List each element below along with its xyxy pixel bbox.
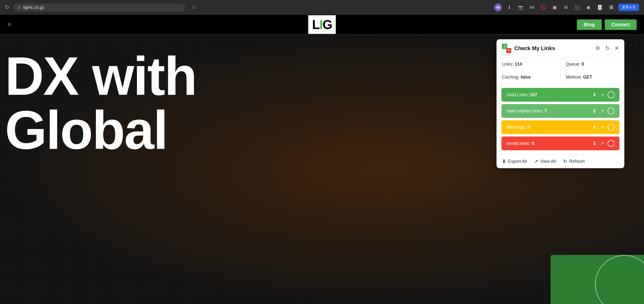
download-warnings-icon[interactable]: ⬇ xyxy=(592,124,596,130)
blog-button[interactable]: Blog xyxy=(577,19,602,30)
toolbar-icon-3[interactable]: Alt xyxy=(528,3,536,11)
download-invalid-icon[interactable]: ⬇ xyxy=(592,140,596,146)
view-all-action[interactable]: ↗ View All xyxy=(534,158,556,164)
browser-chrome: ↻ ⊙ liginc.co.jp ☆ 46 ℹ 📷 Alt 🚫 ▣ M ⬛ ◉ … xyxy=(0,0,644,15)
reload-icon[interactable]: ↻ xyxy=(5,4,9,10)
panel-title: Check My Links xyxy=(514,45,592,51)
view-all-icon: ↗ xyxy=(534,158,538,164)
toolbar-icon-6[interactable]: M xyxy=(562,3,570,11)
toolbar-icon-8[interactable]: ◉ xyxy=(584,3,592,11)
invalid-links-actions: ⬇ ↗ xyxy=(592,140,614,147)
valid-links-label: Valid Links: 107 xyxy=(506,92,537,97)
queue-stat: Queue: 0 xyxy=(560,58,624,71)
close-icon[interactable]: ✕ xyxy=(614,45,619,51)
refresh-action[interactable]: ↻ Refresh xyxy=(563,158,585,164)
queue-value: 0 xyxy=(582,62,584,66)
refresh-footer-icon: ↻ xyxy=(563,158,567,164)
refresh-label: Refresh xyxy=(569,159,585,164)
redirect-links-label: Valid redirect links: 7 xyxy=(506,109,547,114)
external-warnings-icon[interactable]: ↗ xyxy=(600,124,604,130)
update-button[interactable]: 更新を完 xyxy=(618,4,639,11)
settings-icon[interactable]: ⚙ xyxy=(595,45,600,51)
logo-box: LIG xyxy=(308,15,336,34)
link-rows: Valid Links: 107 ⬇ ↗ Valid redirect link… xyxy=(496,84,624,154)
x-icon: ✕ xyxy=(508,49,510,52)
panel-header: ✓ ✕ Check My Links ⚙ ↻ ✕ xyxy=(496,39,624,58)
invalid-links-count: 0 xyxy=(532,141,534,146)
export-all-action[interactable]: ⬇ Export All xyxy=(502,158,527,164)
refresh-icon[interactable]: ↻ xyxy=(605,45,610,51)
redirect-links-actions: ⬇ ↗ xyxy=(592,108,614,114)
download-redirect-icon[interactable]: ⬇ xyxy=(592,108,596,114)
export-icon: ⬇ xyxy=(502,158,506,164)
check-icon: ✓ xyxy=(504,45,506,48)
method-value: GET xyxy=(583,75,592,80)
warnings-row[interactable]: Warnings: 0 ⬇ ↗ xyxy=(502,120,620,134)
bookmark-icon[interactable]: ☆ xyxy=(192,4,197,10)
extension-panel: ✓ ✕ Check My Links ⚙ ↻ ✕ Links: 114 Queu… xyxy=(496,39,624,168)
toolbar-icon-5[interactable]: ▣ xyxy=(550,3,558,11)
site-nav: ≡ LIG Blog Contact xyxy=(0,15,644,34)
export-all-label: Export All xyxy=(508,159,527,164)
hamburger-icon[interactable]: ≡ xyxy=(7,21,11,28)
toolbar-icon-10[interactable]: 彌 xyxy=(607,3,615,11)
links-stat: Links: 114 xyxy=(496,58,560,71)
warnings-actions: ⬇ ↗ xyxy=(592,124,614,131)
address-bar[interactable]: ⊙ liginc.co.jp xyxy=(13,3,185,11)
links-label: Links: xyxy=(502,62,515,66)
external-invalid-icon[interactable]: ↗ xyxy=(600,140,604,146)
hero-text: DX with Global xyxy=(5,49,196,157)
redirect-links-row[interactable]: Valid redirect links: 7 ⬇ ↗ xyxy=(502,104,620,118)
hero-line1: DX with xyxy=(5,49,196,103)
links-value: 114 xyxy=(515,62,522,66)
hero-line2: Global xyxy=(5,103,196,157)
logo-text: LIG xyxy=(312,17,332,32)
invalid-links-row[interactable]: Invalid links: 0 ⬇ ↗ xyxy=(502,137,620,150)
method-label: Method: xyxy=(566,75,583,80)
url-text: liginc.co.jp xyxy=(23,5,44,10)
toolbar-icon-4[interactable]: 🚫 xyxy=(539,3,547,11)
page-area: ≡ LIG Blog Contact DX with Global xyxy=(0,15,644,304)
valid-links-row[interactable]: Valid Links: 107 ⬇ ↗ xyxy=(502,88,620,102)
toolbar-icon-2[interactable]: 📷 xyxy=(517,3,524,11)
filter-valid-icon[interactable] xyxy=(608,91,614,98)
green-card xyxy=(550,255,644,304)
toolbar-right: 46 ℹ 📷 Alt 🚫 ▣ M ⬛ ◉ 🃏 彌 更新を完 xyxy=(494,3,639,11)
panel-footer: ⬇ Export All ↗ View All ↻ Refresh xyxy=(496,154,624,168)
filter-invalid-icon[interactable] xyxy=(608,140,614,147)
toolbar-icon-7[interactable]: ⬛ xyxy=(573,3,581,11)
toolbar-icon-9[interactable]: 🃏 xyxy=(596,3,604,11)
logo-red: ✕ xyxy=(506,48,511,53)
external-valid-icon[interactable]: ↗ xyxy=(600,92,604,98)
warnings-count: 0 xyxy=(527,125,530,130)
green-card-circle xyxy=(595,255,644,304)
method-stat: Method: GET xyxy=(560,71,624,84)
caching-stat: Caching: false xyxy=(496,71,560,84)
external-redirect-icon[interactable]: ↗ xyxy=(600,108,604,114)
queue-label: Queue: xyxy=(566,62,582,66)
download-valid-icon[interactable]: ⬇ xyxy=(592,92,596,98)
site-logo[interactable]: LIG xyxy=(308,15,336,34)
invalid-links-label: Invalid links: 0 xyxy=(506,141,534,146)
filter-redirect-icon[interactable] xyxy=(608,108,614,114)
extension-logo: ✓ ✕ xyxy=(502,44,511,53)
redirect-links-count: 7 xyxy=(544,109,547,113)
contact-button[interactable]: Contact xyxy=(605,19,637,30)
caching-label: Caching: xyxy=(502,75,520,80)
nav-divider xyxy=(0,34,644,35)
site-nav-right: Blog Contact xyxy=(577,19,637,30)
stats-grid: Links: 114 Queue: 0 Caching: false Metho… xyxy=(496,58,624,84)
valid-links-actions: ⬇ ↗ xyxy=(592,91,614,98)
toolbar-icon-1[interactable]: ℹ xyxy=(505,3,513,11)
filter-warnings-icon[interactable] xyxy=(608,124,614,131)
view-all-label: View All xyxy=(540,159,556,164)
lock-icon: ⊙ xyxy=(18,5,21,9)
caching-value: false xyxy=(520,75,531,80)
extension-badge[interactable]: 46 xyxy=(494,3,502,11)
valid-links-count: 107 xyxy=(530,92,537,97)
warnings-label: Warnings: 0 xyxy=(506,125,530,130)
